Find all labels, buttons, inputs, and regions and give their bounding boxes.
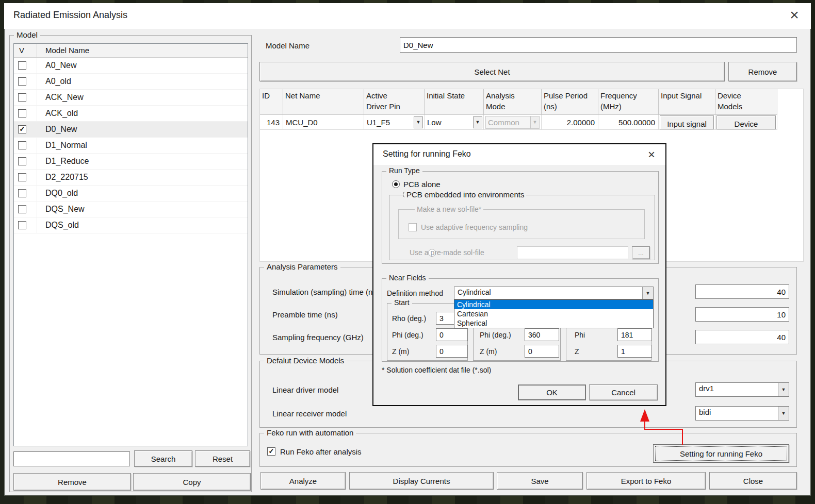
run-feko-checkbox[interactable]: ✓ xyxy=(267,447,275,456)
model-checkbox[interactable] xyxy=(18,189,26,197)
definition-method-combo[interactable]: Cylindrical ▼ xyxy=(454,287,654,299)
list-item[interactable]: ACK_New xyxy=(14,90,248,106)
dropdown-option[interactable]: Cylindrical xyxy=(454,300,653,309)
pcb-alone-radio[interactable] xyxy=(392,180,400,188)
list-item[interactable]: A0_New xyxy=(14,58,248,74)
default-device-models-label: Defalut Device Models xyxy=(264,356,347,365)
net-table-row[interactable]: 143 MCU_D0 U1_F5 ▼ Low ▼ Common ▼ 2.0000… xyxy=(260,115,803,130)
cell-active-driver-pin[interactable]: U1_F5 ▼ xyxy=(364,115,425,130)
checkbox-cell xyxy=(14,106,37,121)
model-remove-button[interactable]: Remove xyxy=(13,473,131,491)
browse-button[interactable]: ... xyxy=(632,246,650,259)
cell-initial-state[interactable]: Low ▼ xyxy=(425,115,484,130)
search-button[interactable]: Search xyxy=(134,450,192,467)
definition-method-dropdown: CylindricalCartesianSpherical xyxy=(454,299,654,328)
model-checkbox[interactable] xyxy=(18,205,26,213)
definition-method-value: Cylindrical xyxy=(454,287,642,299)
start-rho-label: Rho (deg.) xyxy=(392,314,426,323)
list-item[interactable]: DQS_New xyxy=(14,201,248,217)
chevron-down-icon[interactable]: ▼ xyxy=(642,287,653,299)
close-button[interactable]: Close xyxy=(709,472,797,490)
start-phi-input[interactable] xyxy=(436,328,468,341)
dialog-close-icon[interactable]: × xyxy=(644,147,659,163)
premade-sol-path-input[interactable] xyxy=(517,246,628,259)
chevron-down-icon: ▼ xyxy=(530,116,539,128)
cell-frequency[interactable]: 500.00000 xyxy=(598,115,659,130)
list-item[interactable]: D2_220715 xyxy=(14,170,248,186)
points-z-input[interactable] xyxy=(617,345,652,358)
chevron-down-icon[interactable]: ▼ xyxy=(778,407,789,420)
checkbox-cell xyxy=(14,186,37,201)
cancel-button[interactable]: Cancel xyxy=(589,384,658,400)
model-name: D2_220715 xyxy=(37,173,88,182)
list-item[interactable]: DQS_old xyxy=(14,217,248,233)
list-item[interactable]: DQ0_old xyxy=(14,186,248,201)
col-pulse-period: Pulse Period (ns) xyxy=(542,89,598,115)
model-checkbox[interactable] xyxy=(18,77,26,86)
start-z-input[interactable] xyxy=(436,345,468,358)
dropdown-option[interactable]: Cartesian xyxy=(454,309,653,318)
model-checkbox[interactable] xyxy=(18,93,26,102)
points-phi-label: Phi xyxy=(575,331,585,339)
model-group-label: Model xyxy=(14,30,40,39)
end-z-label: Z (m) xyxy=(480,347,497,356)
model-list-header: V Model Name xyxy=(14,44,248,58)
model-name: A0_old xyxy=(37,77,71,86)
model-search-input[interactable] xyxy=(13,451,130,466)
setting-for-running-feko-button[interactable]: Setting for running Feko xyxy=(653,444,789,463)
adaptive-sampling-checkbox[interactable] xyxy=(409,223,417,231)
list-item[interactable]: A0_old xyxy=(14,74,248,90)
start-z-label: Z (m) xyxy=(392,347,409,356)
reset-button[interactable]: Reset xyxy=(195,450,250,467)
points-phi-input[interactable] xyxy=(617,328,652,341)
pcb-embedded-label: PCB embedded into environments xyxy=(404,190,526,199)
list-item[interactable]: D1_Reduce xyxy=(14,154,248,170)
save-button[interactable]: Save xyxy=(497,472,583,490)
dropdown-option[interactable]: Spherical xyxy=(454,318,653,328)
list-item[interactable]: ACK_old xyxy=(14,106,248,122)
device-models-button[interactable]: Device xyxy=(716,115,776,129)
chevron-down-icon[interactable]: ▼ xyxy=(473,116,482,128)
end-z-input[interactable] xyxy=(525,345,559,358)
select-net-button[interactable]: Select Net xyxy=(259,62,725,81)
input-signal-button[interactable]: Input signal xyxy=(660,115,714,129)
col-initial-state: Initial State xyxy=(425,89,484,115)
model-checkbox[interactable] xyxy=(18,61,26,70)
linear-receiver-model-combo[interactable]: bidi ▼ xyxy=(695,406,789,421)
window-close-icon[interactable]: × xyxy=(785,6,804,25)
col-id: ID xyxy=(260,89,283,115)
display-currents-button[interactable]: Display Currents xyxy=(349,472,494,490)
preamble-time-input[interactable] xyxy=(695,307,789,322)
model-name: D1_Normal xyxy=(37,141,87,150)
end-phi-input[interactable] xyxy=(525,328,559,341)
model-checkbox[interactable]: ✓ xyxy=(18,125,26,133)
analyze-button[interactable]: Analyze xyxy=(260,472,346,490)
model-checkbox[interactable] xyxy=(18,141,26,149)
chevron-down-icon[interactable]: ▼ xyxy=(414,116,423,128)
col-device-models: Device Models xyxy=(715,89,777,115)
model-list-rows: A0_NewA0_oldACK_NewACK_old✓D0_NewD1_Norm… xyxy=(14,58,248,233)
simulation-time-input[interactable] xyxy=(695,284,789,299)
chevron-down-icon[interactable]: ▼ xyxy=(778,383,789,396)
net-remove-button[interactable]: Remove xyxy=(728,62,797,81)
linear-driver-model-combo[interactable]: drv1 ▼ xyxy=(695,382,789,397)
checkbox-cell xyxy=(14,90,37,105)
model-name-input[interactable] xyxy=(400,37,797,53)
model-checkbox[interactable] xyxy=(18,221,26,229)
list-item[interactable]: D1_Normal xyxy=(14,138,248,154)
export-to-feko-button[interactable]: Export to Feko xyxy=(586,472,706,490)
definition-method-label: Definition method xyxy=(387,289,443,297)
cell-pulse-period[interactable]: 2.00000 xyxy=(542,115,598,130)
model-checkbox[interactable] xyxy=(18,173,26,181)
model-list-header-check: V xyxy=(14,44,37,57)
driver-model-value: drv1 xyxy=(696,383,778,396)
model-copy-button[interactable]: Copy xyxy=(133,473,251,491)
model-name: D1_Reduce xyxy=(37,157,89,166)
model-checkbox[interactable] xyxy=(18,157,26,165)
list-item[interactable]: ✓D0_New xyxy=(14,122,248,138)
sampling-frequency-input[interactable] xyxy=(695,330,789,344)
model-checkbox[interactable] xyxy=(18,109,26,117)
col-net-name: Net Name xyxy=(283,89,364,115)
ok-button[interactable]: OK xyxy=(518,384,586,400)
start-group-label: Start xyxy=(392,298,412,307)
